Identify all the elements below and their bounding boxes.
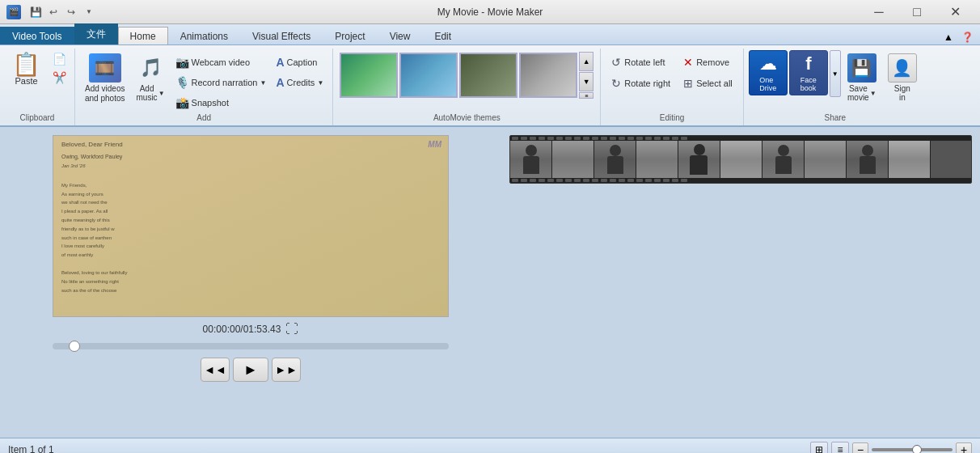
ribbon-group-clipboard: 📋 Paste 📄 ✂️ Clipboard	[0, 49, 75, 125]
themes-scroll-up[interactable]: ▲	[579, 52, 593, 71]
save-quick-btn[interactable]: 💾	[27, 4, 44, 20]
caption-label: Caption	[287, 57, 318, 67]
title-bar: 🎬 💾 ↩ ↪ ▼ My Movie - Movie Maker ─ □ ✕	[0, 0, 980, 24]
zoom-thumb[interactable]	[912, 445, 922, 454]
add-videos-icon: 🎞️	[89, 53, 121, 83]
tab-bar: Video Tools 文件 Home Animations Visual Ef…	[0, 24, 980, 45]
caption-icon: A	[276, 56, 284, 69]
zoom-out-button[interactable]: −	[852, 442, 868, 454]
theme-1[interactable]	[340, 53, 398, 98]
copy-button[interactable]: 📄	[49, 50, 70, 68]
webcam-label: Webcam video	[192, 57, 251, 67]
tab-visual-effects[interactable]: Visual Effects	[240, 27, 323, 44]
credits-dropdown[interactable]: ▼	[317, 79, 323, 87]
seek-thumb[interactable]	[69, 341, 80, 352]
fullscreen-button[interactable]: ⛶	[285, 322, 298, 337]
copy-icon: 📄	[53, 53, 66, 66]
play-button[interactable]: ►	[233, 358, 268, 382]
credits-icon: A	[276, 76, 284, 89]
theme-3-preview	[461, 54, 516, 96]
cut-button[interactable]: ✂️	[49, 69, 70, 87]
ribbon-group-share: ☁ OneDrive f Facebook ▼ 💾 Savemovie ▼	[744, 49, 927, 125]
rotate-right-button[interactable]: ↻ Rotate right	[606, 74, 676, 92]
title-bar-left: 🎬 💾 ↩ ↪ ▼	[6, 4, 97, 20]
editing-col: ↺ Rotate left ↻ Rotate right	[606, 50, 676, 92]
redo-quick-btn[interactable]: ↪	[63, 4, 79, 20]
save-movie-label: Savemovie	[847, 84, 869, 102]
editing-items: ↺ Rotate left ↻ Rotate right ✕ Remove ⊞ …	[606, 50, 738, 112]
ribbon-group-add: 🎞️ Add videosand photos 🎵 Addmusic ▼ 📷 W…	[75, 49, 333, 125]
window-title: My Movie - Movie Maker	[437, 6, 543, 18]
share-dropdown-btn[interactable]: ▼	[830, 50, 841, 97]
record-label: Record narration	[192, 78, 258, 87]
editing-col-2: ✕ Remove ⊞ Select all	[678, 50, 738, 92]
snapshot-label: Snapshot	[192, 98, 229, 108]
seek-bar[interactable]	[53, 343, 449, 349]
tab-home[interactable]: Home	[118, 27, 168, 44]
sign-in-button[interactable]: 👤 Signin	[883, 50, 922, 105]
record-dropdown[interactable]: ▼	[260, 79, 266, 87]
view-grid-btn[interactable]: ⊞	[810, 442, 828, 454]
record-icon: 🎙️	[175, 76, 189, 89]
save-movie-dropdown[interactable]: ▼	[870, 90, 877, 97]
caption-button[interactable]: A Caption	[272, 53, 327, 71]
onedrive-button[interactable]: ☁ OneDrive	[749, 50, 788, 95]
help-button[interactable]: ❓	[958, 30, 977, 44]
save-movie-button[interactable]: 💾 Savemovie ▼	[843, 50, 881, 105]
themes-expand[interactable]: ≡	[579, 92, 593, 99]
tab-file[interactable]: 文件	[74, 23, 118, 44]
minimize-button[interactable]: ─	[860, 0, 898, 24]
tab-video-tools[interactable]: Video Tools	[0, 27, 74, 44]
clipboard-group-label: Clipboard	[20, 112, 55, 124]
maximize-button[interactable]: □	[898, 0, 936, 24]
next-frame-button[interactable]: ►►	[272, 358, 301, 382]
theme-3[interactable]	[459, 53, 517, 98]
status-item-count: Item 1 of 1	[8, 444, 54, 454]
themes-scroll-down[interactable]: ▼	[579, 72, 593, 91]
rotate-left-button[interactable]: ↺ Rotate left	[606, 53, 676, 71]
preview-panel: MM Beloved, Dear Friend Owing, Workford …	[0, 127, 501, 438]
record-narration-button[interactable]: 🎙️ Record narration ▼	[171, 74, 271, 91]
playback-controls: ◄◄ ► ►►	[201, 358, 301, 382]
letter-text: Beloved, Dear Friend Owing, Workford Pau…	[61, 140, 444, 295]
zoom-slider[interactable]	[872, 448, 953, 451]
paste-button[interactable]: 📋 Paste	[5, 50, 48, 89]
window-controls: ─ □ ✕	[860, 0, 974, 24]
prev-frame-button[interactable]: ◄◄	[201, 358, 230, 382]
webcam-button[interactable]: 📷 Webcam video	[171, 53, 271, 71]
facebook-button[interactable]: f Facebook	[789, 50, 828, 95]
theme-1-preview	[341, 54, 396, 96]
add-videos-button[interactable]: 🎞️ Add videosand photos	[80, 50, 130, 107]
theme-4[interactable]	[519, 53, 577, 98]
paste-icon: 📋	[12, 53, 40, 76]
share-dropdown-area: ▼	[830, 50, 841, 97]
zoom-in-button[interactable]: +	[956, 442, 972, 454]
undo-quick-btn[interactable]: ↩	[45, 4, 61, 20]
tab-project[interactable]: Project	[323, 27, 377, 44]
status-right-controls: ⊞ ≡ − +	[810, 442, 972, 454]
add-secondary-col: 📷 Webcam video 🎙️ Record narration ▼ 📸 S…	[171, 50, 271, 112]
timestamp-label: 00:00:00/01:53.43	[203, 324, 281, 335]
rotate-right-label: Rotate right	[624, 78, 670, 88]
sign-in-label: Signin	[894, 84, 910, 102]
share-items: ☁ OneDrive f Facebook ▼ 💾 Savemovie ▼	[749, 50, 922, 112]
select-all-button[interactable]: ⊞ Select all	[678, 74, 738, 92]
rotate-left-label: Rotate left	[624, 57, 665, 67]
tab-view[interactable]: View	[378, 27, 423, 44]
video-preview: MM Beloved, Dear Friend Owing, Workford …	[53, 135, 449, 317]
add-music-button[interactable]: 🎵 Addmusic ▼	[132, 50, 170, 105]
quick-access-dropdown[interactable]: ▼	[81, 4, 97, 20]
add-music-dropdown[interactable]: ▼	[158, 90, 165, 97]
close-button[interactable]: ✕	[936, 0, 974, 24]
tab-animations[interactable]: Animations	[168, 27, 240, 44]
theme-2[interactable]	[399, 53, 458, 98]
share-group-label: Share	[824, 112, 846, 124]
view-list-btn[interactable]: ≡	[831, 442, 849, 454]
next-frame-icon: ►►	[275, 363, 298, 376]
remove-button[interactable]: ✕ Remove	[678, 53, 738, 71]
credits-button[interactable]: A Credits ▼	[272, 74, 327, 91]
ribbon-collapse-btn[interactable]: ▲	[940, 30, 957, 44]
facebook-label: Facebook	[800, 76, 817, 92]
tab-edit[interactable]: Edit	[422, 27, 463, 44]
snapshot-button[interactable]: 📸 Snapshot	[171, 94, 271, 112]
